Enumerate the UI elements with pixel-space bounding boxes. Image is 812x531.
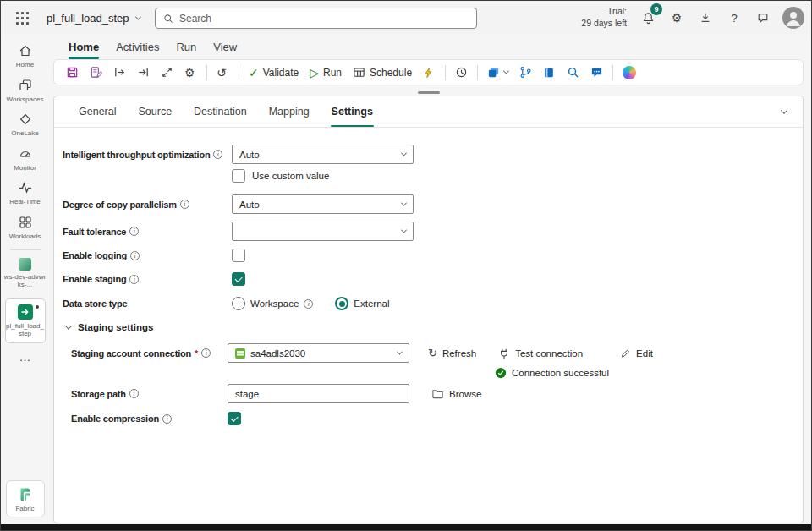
refresh-button[interactable]: ↻ Refresh (428, 348, 476, 359)
undo-button[interactable]: ↺ (211, 62, 234, 83)
notifications-button[interactable]: 9 (635, 5, 661, 30)
external-radio[interactable] (335, 297, 348, 310)
sidebar-label: ws-dev-advwrks-... (3, 273, 47, 289)
connection-status: Connection successful (495, 367, 786, 379)
fault-tolerance-dropdown[interactable] (232, 222, 414, 241)
copy-assistant-button[interactable] (482, 62, 513, 83)
validate-button[interactable]: ✓ Validate (244, 62, 304, 83)
tab-mapping[interactable]: Mapping (258, 96, 321, 127)
sidebar-label: Monitor (14, 164, 36, 172)
info-icon[interactable]: i (129, 227, 139, 236)
sidebar-item-onelake[interactable]: OneLake (3, 108, 48, 142)
tab-destination[interactable]: Destination (183, 96, 258, 127)
global-search[interactable] (155, 8, 477, 29)
sidebar-more-button[interactable]: … (19, 348, 31, 369)
enable-compression-checkbox[interactable] (228, 412, 241, 425)
info-icon[interactable]: i (129, 275, 139, 284)
schedule-button[interactable]: Schedule (348, 62, 417, 83)
gear-icon: ⚙ (184, 67, 195, 79)
save-as-button[interactable] (85, 62, 107, 83)
settings-button[interactable]: ⚙ (664, 5, 689, 30)
copilot-button[interactable] (617, 62, 641, 83)
ribbon-tab-bar: Home Activities Run View (49, 35, 811, 58)
storage-account-icon (235, 348, 245, 359)
info-icon[interactable]: i (162, 414, 172, 424)
collapse-panel-button[interactable] (774, 101, 794, 122)
sidebar-item-workspaces[interactable]: Workspaces (3, 74, 48, 108)
enable-logging-checkbox[interactable] (232, 249, 245, 262)
enable-logging-row: Enable logging i (63, 249, 786, 262)
staging-settings-section-toggle[interactable]: Staging settings (63, 322, 786, 332)
panel-resize-handle[interactable] (418, 91, 440, 94)
external-radio-option[interactable]: External (335, 297, 389, 310)
ribbon-tab-activities[interactable]: Activities (107, 36, 167, 57)
pipeline-title-dropdown[interactable]: pl_full_load_step (40, 8, 147, 28)
success-check-icon (495, 367, 507, 379)
grid-icon (18, 215, 33, 230)
browse-data-button[interactable] (562, 62, 584, 83)
chevron-down-icon (401, 200, 407, 206)
app-window: pl_full_load_step Trial: 29 days left 9 … (0, 0, 812, 531)
workspace-avatar-icon (19, 258, 31, 271)
staging-connection-dropdown[interactable]: sa4adls2030 (228, 343, 409, 363)
enable-staging-row: Enable staging i (63, 272, 786, 286)
chevron-down-icon (65, 322, 72, 329)
pipeline-settings-button[interactable]: ⚙ (179, 62, 202, 83)
info-icon[interactable]: i (180, 200, 189, 209)
staging-connection-label: Staging account connection * i (71, 348, 228, 359)
quick-run-button[interactable] (418, 62, 441, 83)
tab-source[interactable]: Source (127, 96, 183, 127)
ribbon-tab-run[interactable]: Run (167, 36, 205, 57)
feedback-button[interactable] (750, 5, 776, 30)
sidebar-item-workspace-ws-dev-advwrks[interactable]: ws-dev-advwrks-... (3, 255, 48, 293)
sidebar-item-pipeline-pl-full-load-step[interactable]: pl_full_load_step (5, 298, 46, 343)
use-custom-value-checkbox[interactable] (232, 169, 245, 183)
search-input[interactable] (179, 13, 469, 25)
magnifier-icon (567, 66, 579, 79)
notebook-button[interactable] (538, 62, 561, 83)
tab-general[interactable]: General (68, 96, 127, 127)
account-avatar[interactable] (782, 7, 804, 29)
storage-path-row: Storage path i Browse (63, 384, 786, 403)
source-control-button[interactable] (514, 62, 537, 83)
info-icon[interactable]: i (201, 348, 211, 358)
sidebar-item-realtime[interactable]: Real-Time (3, 177, 48, 211)
throughput-dropdown[interactable]: Auto (232, 145, 414, 164)
parallelism-dropdown[interactable]: Auto (232, 194, 414, 214)
comments-button[interactable] (585, 62, 608, 83)
fabric-home-button[interactable]: Fabric (6, 480, 45, 517)
run-button[interactable]: ▷ Run (304, 62, 347, 83)
ribbon-tab-home[interactable]: Home (60, 36, 107, 57)
sidebar-item-workloads[interactable]: Workloads (3, 211, 48, 245)
help-button[interactable]: ? (721, 5, 747, 30)
app-launcher-icon[interactable] (9, 5, 35, 30)
tab-settings[interactable]: Settings (321, 96, 384, 127)
collapse-input-button[interactable] (108, 62, 131, 83)
sidebar-label: Real-Time (9, 198, 41, 206)
plug-icon (498, 348, 510, 359)
info-icon[interactable]: i (213, 150, 222, 159)
test-connection-button[interactable]: Test connection (498, 348, 583, 359)
info-icon[interactable]: i (129, 389, 139, 398)
workspace-radio[interactable] (232, 297, 245, 310)
info-icon[interactable]: i (304, 299, 313, 309)
enable-staging-checkbox[interactable] (232, 272, 245, 286)
browse-label: Browse (449, 389, 481, 399)
collapse-output-button[interactable] (132, 62, 155, 83)
sidebar-item-monitor[interactable]: Monitor (3, 143, 48, 177)
bar-arrow-right-icon (113, 66, 126, 79)
workspace-radio-option[interactable]: Workspace i (232, 297, 313, 310)
edit-connection-button[interactable]: Edit (620, 348, 653, 359)
info-icon[interactable]: i (130, 251, 140, 260)
home-icon (18, 43, 33, 58)
save-button[interactable] (61, 62, 84, 83)
ribbon-tab-view[interactable]: View (205, 36, 245, 57)
auto-align-button[interactable] (156, 62, 178, 83)
browse-button[interactable]: Browse (431, 387, 481, 400)
refresh-icon: ↻ (428, 348, 437, 359)
storage-path-input[interactable] (228, 384, 409, 403)
download-button[interactable] (693, 5, 718, 30)
sidebar-label: Workloads (9, 233, 41, 241)
run-history-button[interactable] (450, 62, 473, 83)
sidebar-item-home[interactable]: Home (3, 40, 48, 74)
